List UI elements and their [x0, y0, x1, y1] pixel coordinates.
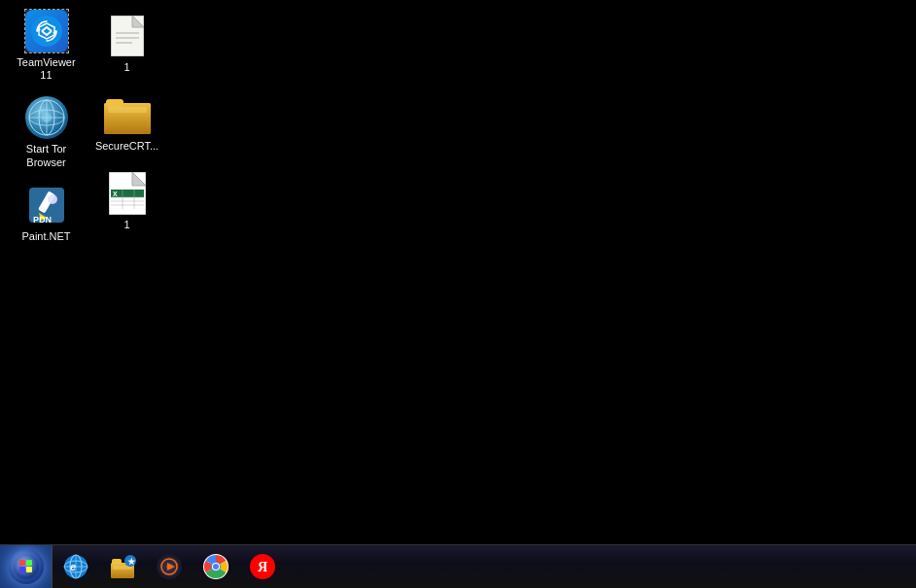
taskbar-item-explorer[interactable]: ★ — [99, 545, 146, 589]
paintnet-icon: PDN — [25, 184, 68, 226]
svg-text:e: e — [70, 561, 76, 572]
tor-browser-label: Start Tor Browser — [10, 143, 83, 168]
teamviewer-icon-img — [25, 10, 68, 52]
excel-file-1-label: 1 — [123, 219, 129, 231]
desktop-col1: TeamViewer11 Start Tor Browser — [5, 5, 88, 248]
text-file-icon-img — [106, 15, 149, 57]
chrome-taskbar-icon — [202, 553, 229, 580]
svg-text:PDN: PDN — [33, 215, 52, 225]
svg-rect-22 — [106, 99, 123, 107]
svg-rect-23 — [108, 107, 147, 113]
desktop-icon-tor-browser[interactable]: Start Tor Browser — [10, 96, 83, 168]
svg-rect-36 — [26, 560, 32, 566]
svg-text:X: X — [113, 190, 118, 197]
svg-rect-38 — [26, 567, 32, 572]
svg-point-34 — [14, 554, 39, 579]
start-orb — [9, 549, 44, 584]
desktop: TeamViewer11 Start Tor Browser — [0, 0, 916, 544]
svg-point-59 — [213, 564, 219, 570]
yandex-taskbar-icon: Я — [249, 553, 276, 580]
svg-rect-37 — [19, 567, 25, 572]
desktop-icon-excel-file-1[interactable]: X 1 — [90, 172, 163, 231]
desktop-col2: 1 — [86, 5, 168, 237]
teamviewer-label: TeamViewer11 — [17, 56, 75, 82]
text-file-icon — [111, 16, 144, 56]
desktop-icon-securecrt[interactable]: SecureCRT... — [90, 93, 163, 153]
securecrt-label: SecureCRT... — [95, 140, 159, 153]
svg-point-12 — [48, 194, 57, 204]
svg-rect-35 — [19, 560, 25, 566]
tor-icon — [25, 96, 68, 139]
teamviewer-icon — [25, 10, 68, 52]
taskbar-item-ie[interactable]: e — [53, 545, 99, 589]
taskbar-item-yandex[interactable]: Я — [239, 545, 286, 589]
securecrt-icon-img — [106, 93, 149, 136]
securecrt-icon — [104, 95, 151, 134]
paintnet-label: Paint.NET — [21, 230, 70, 243]
ie-taskbar-icon: e — [62, 553, 89, 580]
mediaplayer-taskbar-icon — [156, 553, 183, 580]
taskbar-item-mediaplayer[interactable] — [146, 545, 193, 589]
svg-rect-47 — [112, 559, 122, 565]
svg-point-0 — [31, 16, 62, 47]
svg-text:★: ★ — [127, 557, 136, 567]
desktop-icon-teamviewer[interactable]: TeamViewer11 — [10, 10, 83, 82]
tor-icon-img — [25, 96, 68, 139]
explorer-taskbar-icon: ★ — [109, 553, 136, 580]
text-file-1-label: 1 — [123, 61, 129, 74]
excel-file-icon-img: X — [106, 172, 149, 215]
excel-file-icon: X — [109, 172, 146, 215]
desktop-icon-paint-net[interactable]: PDN Paint.NET — [10, 184, 83, 243]
start-button[interactable] — [0, 545, 53, 589]
desktop-icon-text-file-1[interactable]: 1 — [90, 15, 163, 74]
paintnet-icon-img: PDN — [25, 184, 68, 226]
svg-text:Я: Я — [258, 560, 267, 574]
taskbar: e ★ — [0, 544, 916, 588]
taskbar-item-chrome[interactable] — [193, 545, 239, 589]
